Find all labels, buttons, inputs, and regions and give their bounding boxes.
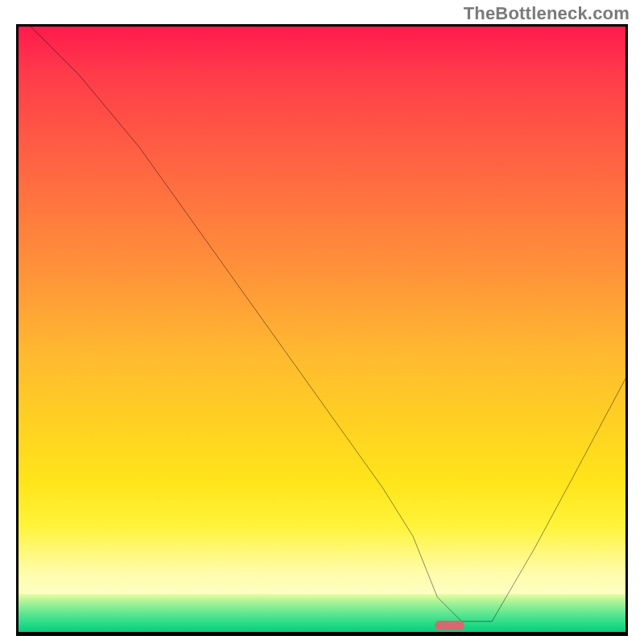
- gradient-green: [19, 594, 625, 634]
- plot-panel: [16, 24, 628, 636]
- optimum-marker: [435, 621, 464, 630]
- gradient-warm: [19, 27, 625, 594]
- chart-root: TheBottleneck.com: [0, 0, 644, 644]
- plot-background: [19, 27, 625, 634]
- x-axis-baseline: [19, 632, 625, 634]
- watermark-text: TheBottleneck.com: [464, 3, 630, 24]
